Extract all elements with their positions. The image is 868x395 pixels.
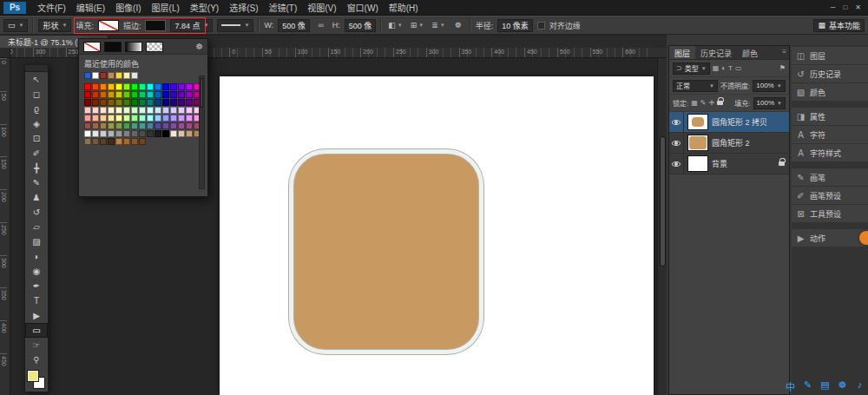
rounded-rect-shape[interactable] — [289, 149, 483, 354]
color-swatch[interactable] — [139, 83, 146, 90]
blur-tool[interactable]: ◗ — [25, 249, 48, 264]
healing-brush-tool[interactable]: ╋ — [25, 161, 48, 175]
lock-position-icon[interactable]: ✛ — [709, 99, 715, 107]
dodge-tool[interactable]: ◉ — [25, 264, 48, 279]
scrollbar-thumb[interactable] — [660, 136, 666, 267]
color-swatch[interactable] — [178, 130, 185, 137]
move-tool[interactable]: ↖ — [25, 72, 48, 87]
align-edges-checkbox[interactable] — [537, 22, 545, 30]
dock-item-历史记录[interactable]: ↺历史记录 — [792, 65, 868, 82]
stroke-width-field[interactable]: 7.84 点 ▼ — [170, 19, 213, 32]
color-swatch[interactable] — [162, 83, 169, 90]
path-arrangement-button[interactable]: ≣▼ — [430, 19, 447, 32]
ime-icon[interactable]: 中 — [785, 379, 796, 393]
color-swatch[interactable] — [108, 122, 115, 129]
color-swatch[interactable] — [170, 122, 177, 129]
color-swatch[interactable] — [84, 138, 91, 145]
color-swatch[interactable] — [139, 91, 146, 98]
actions-badge[interactable] — [859, 231, 868, 245]
dock-item-动作[interactable]: ▶动作 — [792, 229, 868, 247]
layer-thumbnail[interactable] — [687, 114, 708, 130]
color-swatch[interactable] — [131, 115, 138, 122]
tab-history[interactable]: 历史记录 — [695, 46, 737, 59]
color-swatch[interactable] — [162, 115, 169, 122]
color-swatch[interactable] — [186, 107, 193, 114]
recent-color-swatch[interactable] — [115, 72, 122, 79]
eye-icon[interactable] — [672, 120, 681, 125]
shape-tool[interactable]: ▭ — [25, 323, 48, 338]
recent-color-swatch[interactable] — [131, 72, 138, 79]
layer-thumbnail[interactable] — [687, 135, 708, 151]
menu-item[interactable]: 窗口(W) — [342, 0, 384, 16]
color-swatch[interactable] — [123, 115, 130, 122]
color-swatch[interactable] — [108, 99, 115, 106]
color-swatch[interactable] — [162, 122, 169, 129]
color-swatch[interactable] — [92, 115, 99, 122]
panel-menu-icon[interactable]: ≡ — [779, 46, 789, 59]
color-swatch[interactable] — [155, 83, 161, 90]
ime-icon[interactable]: ✎ — [802, 379, 813, 393]
minimize-icon[interactable]: ─ — [831, 3, 836, 11]
filter-pixel-icon[interactable]: ▦ — [713, 64, 720, 72]
color-swatch[interactable] — [84, 115, 91, 122]
color-swatch[interactable] — [84, 107, 91, 114]
color-swatch[interactable] — [100, 99, 107, 106]
color-swatch[interactable] — [170, 130, 177, 137]
color-swatch[interactable] — [147, 91, 154, 98]
popup-scrollbar[interactable] — [199, 76, 205, 189]
color-swatch[interactable] — [178, 107, 185, 114]
menu-item[interactable]: 文件(F) — [32, 0, 71, 16]
color-swatch[interactable] — [131, 138, 138, 145]
color-swatch[interactable] — [170, 91, 177, 98]
color-swatch[interactable] — [115, 138, 122, 145]
color-swatch[interactable] — [123, 91, 130, 98]
color-swatch[interactable] — [186, 83, 193, 90]
marquee-tool[interactable]: ◻ — [25, 87, 48, 102]
menu-item[interactable]: 滤镜(T) — [264, 0, 303, 16]
color-swatch[interactable] — [155, 99, 161, 106]
color-swatch[interactable] — [170, 107, 177, 114]
color-swatch[interactable] — [84, 99, 91, 106]
document-scrollbar[interactable] — [657, 58, 667, 395]
color-swatch[interactable] — [162, 99, 169, 106]
color-swatch[interactable] — [92, 107, 99, 114]
ime-icon[interactable]: ☸ — [837, 379, 848, 393]
gradient-button[interactable] — [125, 42, 142, 52]
filter-kind-select[interactable]: ⊃ 类型 ▼ — [673, 63, 710, 75]
color-swatch[interactable] — [186, 122, 193, 129]
layer-row[interactable]: 圆角矩形 2 拷贝 — [669, 112, 789, 133]
clone-stamp-tool[interactable]: ♟ — [25, 190, 48, 205]
color-swatch[interactable] — [115, 107, 122, 114]
color-swatch[interactable] — [100, 91, 107, 98]
history-brush-tool[interactable]: ↺ — [25, 205, 48, 220]
color-swatch[interactable] — [131, 130, 138, 137]
color-swatch[interactable] — [84, 122, 91, 129]
dock-item-工具预设[interactable]: ⊠工具预设 — [792, 205, 868, 222]
color-swatch[interactable] — [92, 130, 99, 137]
visibility-cell[interactable] — [669, 154, 684, 174]
color-swatch[interactable] — [108, 107, 115, 114]
dock-item-字符样式[interactable]: A字符样式 — [792, 144, 868, 161]
filter-adjustment-icon[interactable]: ◐ — [721, 64, 726, 72]
color-swatch[interactable] — [155, 122, 161, 129]
path-alignment-button[interactable]: ⊞▼ — [409, 19, 426, 32]
menu-item[interactable]: 选择(S) — [224, 0, 263, 16]
recent-color-swatch[interactable] — [123, 72, 130, 79]
color-swatch[interactable] — [162, 130, 169, 137]
recent-color-swatch[interactable] — [108, 72, 115, 79]
visibility-cell[interactable] — [669, 112, 684, 132]
color-swatch[interactable] — [108, 130, 115, 137]
color-swatch[interactable] — [147, 107, 154, 114]
color-swatch[interactable] — [155, 130, 161, 137]
hand-tool[interactable]: ☞ — [25, 338, 48, 352]
zoom-tool[interactable]: ⚲ — [25, 352, 48, 367]
dock-item-画笔[interactable]: ✎画笔 — [792, 168, 868, 186]
color-swatch[interactable] — [147, 83, 154, 90]
color-swatch[interactable] — [131, 107, 138, 114]
scrollbar-thumb[interactable] — [201, 78, 203, 108]
color-swatch[interactable] — [123, 130, 130, 137]
color-swatch[interactable] — [186, 115, 193, 122]
color-swatch[interactable] — [178, 99, 185, 106]
color-swatch[interactable] — [186, 130, 193, 137]
color-swatch[interactable] — [186, 91, 193, 98]
